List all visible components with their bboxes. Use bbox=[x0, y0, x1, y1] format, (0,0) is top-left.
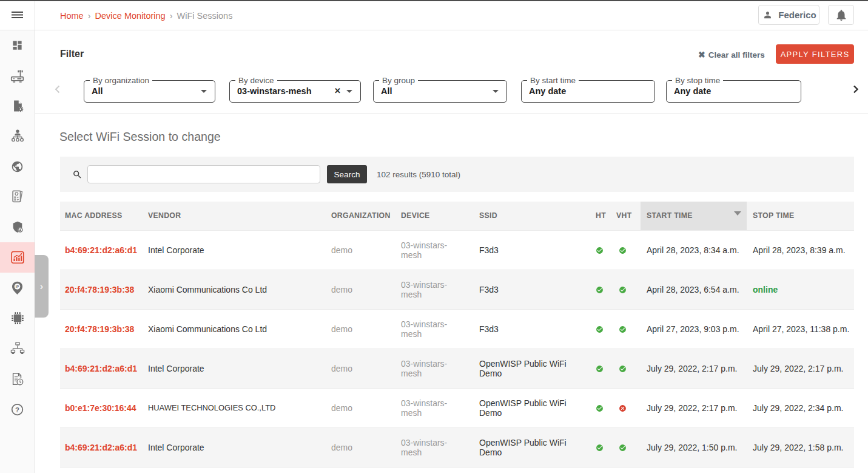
svg-text:IP: IP bbox=[16, 284, 19, 288]
svg-text:?: ? bbox=[15, 406, 19, 413]
